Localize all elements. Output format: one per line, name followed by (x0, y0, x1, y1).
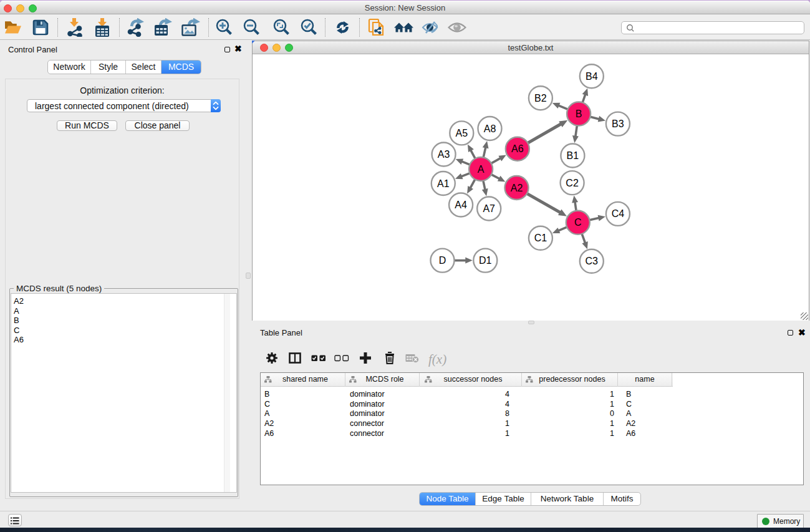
svg-text:A3: A3 (438, 149, 450, 160)
svg-text:A6: A6 (511, 143, 524, 154)
svg-text:B1: B1 (567, 150, 579, 161)
svg-text:B: B (576, 109, 582, 119)
svg-text:C2: C2 (566, 178, 579, 188)
svg-text:C4: C4 (612, 208, 625, 219)
svg-text:A: A (478, 164, 485, 175)
svg-text:A7: A7 (483, 203, 495, 214)
svg-text:B2: B2 (534, 93, 547, 104)
svg-text:A4: A4 (455, 200, 467, 210)
svg-text:A2: A2 (511, 183, 523, 193)
svg-text:D1: D1 (479, 255, 492, 266)
svg-text:C1: C1 (534, 233, 547, 243)
svg-text:C3: C3 (586, 256, 599, 266)
svg-text:B4: B4 (586, 71, 598, 82)
svg-text:D: D (439, 255, 446, 266)
svg-text:C: C (574, 217, 582, 228)
svg-text:A1: A1 (437, 178, 450, 189)
svg-text:A8: A8 (484, 123, 496, 134)
svg-text:B3: B3 (612, 118, 624, 129)
svg-text:A5: A5 (456, 128, 468, 138)
